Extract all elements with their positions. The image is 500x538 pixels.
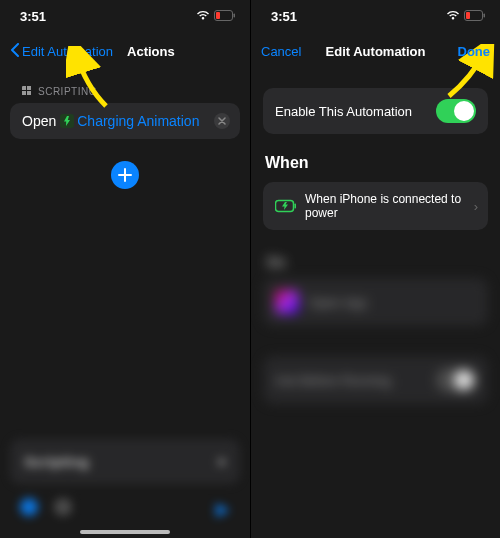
status-bar: 3:51 [251, 0, 500, 32]
back-label: Edit Automation [22, 44, 113, 59]
edit-automation-screen: 3:51 Cancel Edit Automation Done Enable … [250, 0, 500, 538]
enable-automation-toggle[interactable] [436, 99, 476, 123]
suggestions-blurred: Scripting × ▶ [10, 439, 240, 520]
status-right [446, 9, 486, 24]
ask-toggle [436, 368, 476, 392]
status-bar: 3:51 [0, 0, 250, 32]
actions-screen: 3:51 Edit Automation Actions SCRIPTING O… [0, 0, 250, 538]
do-action-row: Open App [263, 278, 488, 326]
blurred-arrow: ▶ [216, 498, 230, 520]
back-button[interactable]: Edit Automation [10, 43, 113, 60]
do-heading: Do [263, 254, 488, 278]
do-action-label: Open App [309, 295, 367, 310]
power-icon [275, 199, 297, 213]
nav-bar: Cancel Edit Automation Done [251, 32, 500, 70]
wifi-icon [196, 9, 210, 24]
app-icon [275, 290, 299, 314]
enable-label: Enable This Automation [275, 104, 412, 119]
ask-label: Ask Before Running [275, 373, 391, 388]
battery-icon [214, 9, 236, 24]
home-indicator [80, 530, 170, 534]
action-card-open-app[interactable]: Open Charging Animation [10, 103, 240, 139]
do-section-blurred: Do Open App [263, 254, 488, 326]
ask-before-running-row: Ask Before Running [263, 356, 488, 404]
chevron-left-icon [10, 43, 20, 60]
plus-icon [118, 168, 132, 182]
ask-section-blurred: Ask Before Running [263, 356, 488, 404]
section-label: SCRIPTING [0, 70, 250, 103]
close-icon [218, 117, 226, 125]
status-time: 3:51 [20, 9, 46, 24]
blurred-close: × [217, 453, 226, 470]
scripting-grid-icon [22, 86, 33, 97]
cancel-button[interactable]: Cancel [261, 44, 301, 59]
blurred-dot [54, 498, 72, 516]
blurred-dot [20, 498, 38, 516]
svg-rect-1 [216, 12, 220, 19]
when-trigger-row[interactable]: When iPhone is connected to power › [263, 182, 488, 230]
app-icon [60, 114, 74, 128]
section-label-text: SCRIPTING [38, 86, 97, 97]
status-right [196, 9, 236, 24]
blurred-row: ▶ [10, 492, 240, 520]
svg-rect-4 [466, 12, 470, 19]
blurred-card: Scripting × [10, 439, 240, 484]
app-name[interactable]: Charging Animation [77, 113, 199, 129]
when-heading: When [251, 134, 500, 182]
open-label: Open [22, 113, 56, 129]
svg-rect-7 [295, 204, 297, 209]
nav-bar: Edit Automation Actions [0, 32, 250, 70]
when-text: When iPhone is connected to power [305, 192, 476, 220]
enable-automation-row[interactable]: Enable This Automation [263, 88, 488, 134]
status-time: 3:51 [271, 9, 297, 24]
svg-rect-2 [234, 13, 236, 17]
blurred-title: Scripting [24, 453, 89, 470]
add-action-button[interactable] [111, 161, 139, 189]
page-title: Actions [127, 44, 175, 59]
remove-action-button[interactable] [214, 113, 230, 129]
done-button[interactable]: Done [458, 44, 491, 59]
svg-rect-5 [484, 13, 486, 17]
battery-icon [464, 9, 486, 24]
wifi-icon [446, 9, 460, 24]
chevron-right-icon: › [474, 199, 478, 214]
